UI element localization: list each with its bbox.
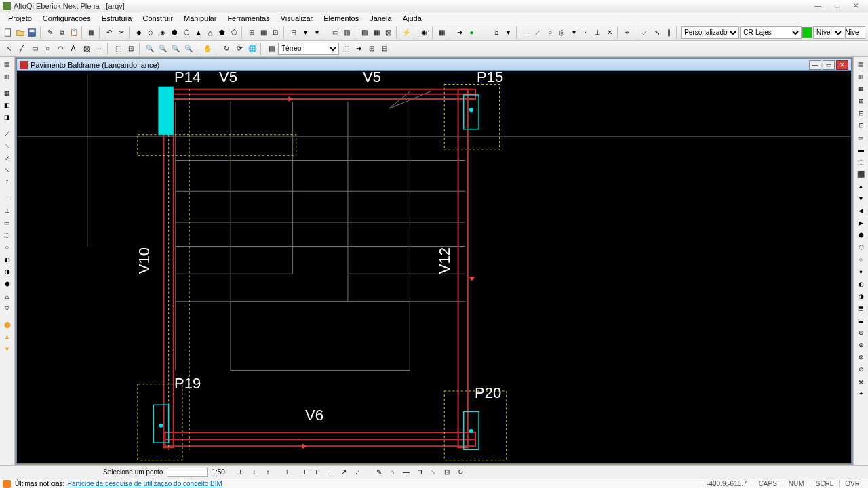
table3-icon[interactable]: ▧ — [383, 26, 395, 39]
delete-icon[interactable]: ✂ — [115, 26, 127, 39]
shape6-icon[interactable]: ▲ — [193, 26, 204, 39]
grid3-icon[interactable]: ⊡ — [270, 26, 281, 39]
refresh-icon[interactable]: ⟳ — [233, 43, 245, 55]
vtool-9-icon[interactable]: ⤡ — [1, 164, 14, 176]
snap-end-icon[interactable]: — — [521, 26, 532, 39]
open-icon[interactable] — [15, 26, 26, 39]
vtool-14-icon[interactable]: ⬚ — [1, 229, 14, 241]
btool-3-icon[interactable]: ↕ — [262, 466, 274, 479]
vtool-3-icon[interactable]: ▦ — [1, 87, 14, 98]
snap-mid-icon[interactable]: ⟋ — [532, 26, 544, 39]
rtool-14-icon[interactable]: ▶ — [855, 217, 867, 228]
edit-icon[interactable]: ✎ — [44, 26, 56, 39]
save-icon[interactable] — [26, 26, 38, 39]
vtool-1-icon[interactable]: ▤ — [1, 58, 14, 70]
btool-2-icon[interactable]: ⟂ — [248, 466, 260, 479]
btool-11-icon[interactable]: ⌂ — [387, 466, 399, 479]
btool-7-icon[interactable]: ⊥ — [324, 466, 336, 479]
grid1-icon[interactable]: ⊞ — [246, 26, 258, 39]
rtool-9-icon[interactable]: ⬚ — [855, 156, 867, 167]
menu-manipular[interactable]: Manipular — [178, 13, 222, 24]
circle-icon[interactable]: ○ — [41, 43, 54, 55]
snap-ext-icon[interactable]: ⤡ — [651, 26, 663, 39]
floor-icon[interactable]: ▤ — [265, 43, 277, 55]
snap-mode-combo[interactable]: Personalizado — [681, 26, 739, 39]
rtool-20-icon[interactable]: ◑ — [855, 290, 867, 302]
btool-4-icon[interactable]: ⊢ — [283, 466, 296, 479]
zoom-ext-icon[interactable]: 🔍 — [182, 43, 195, 55]
rtool-10-icon[interactable]: ⬛ — [855, 168, 867, 180]
btool-14-icon[interactable]: ⟍ — [427, 466, 439, 479]
menu-ajuda[interactable]: Ajuda — [397, 13, 427, 24]
vtool-16-icon[interactable]: ◐ — [1, 253, 14, 265]
zoom-out-icon[interactable]: 🔍 — [157, 43, 169, 55]
grid2-icon[interactable]: ▦ — [258, 26, 270, 39]
menu-construir[interactable]: Construir — [137, 13, 178, 24]
vtool-8-icon[interactable]: ⤢ — [1, 152, 14, 163]
floor-nav1-icon[interactable]: ⬚ — [340, 43, 352, 55]
table2-icon[interactable]: ▦ — [371, 26, 382, 39]
floor-combo[interactable]: Térreo — [278, 43, 339, 55]
shape5-icon[interactable]: ⬡ — [181, 26, 193, 39]
vtool-23-icon[interactable]: ▼ — [1, 343, 14, 354]
snap-drop-icon[interactable]: ▾ — [568, 26, 580, 39]
rtool-25-icon[interactable]: ⊗ — [855, 351, 867, 363]
paste-icon[interactable]: 📋 — [68, 26, 79, 39]
vtool-10-icon[interactable]: ⤴ — [1, 176, 14, 188]
layer-color-swatch[interactable] — [802, 27, 812, 38]
rtool-18-icon[interactable]: ● — [855, 266, 867, 277]
check-icon[interactable]: ● — [466, 26, 477, 39]
zoom-win-icon[interactable]: 🔍 — [170, 43, 182, 55]
dim-icon[interactable]: ↔ — [93, 43, 105, 55]
rtool-23-icon[interactable]: ⊕ — [855, 327, 867, 338]
struct3-icon[interactable]: ▾ — [312, 26, 323, 39]
doc-maximize-button[interactable]: ▭ — [823, 60, 835, 70]
menu-ferramentas[interactable]: Ferramentas — [222, 13, 275, 24]
snap-near-icon[interactable]: ⌖ — [622, 26, 633, 39]
struct1-icon[interactable]: ⌸ — [288, 26, 299, 39]
rtool-21-icon[interactable]: ⬒ — [855, 302, 867, 314]
layer-combo[interactable]: CR-Lajes — [740, 26, 802, 39]
vtool-22-icon[interactable]: ▲ — [1, 331, 14, 342]
btool-12-icon[interactable]: — — [400, 466, 412, 479]
rtool-8-icon[interactable]: ▬ — [855, 144, 867, 155]
btool-16-icon[interactable]: ↻ — [454, 466, 467, 479]
snap-perp-icon[interactable]: ⊥ — [592, 26, 604, 39]
view1-icon[interactable]: ▭ — [330, 26, 341, 39]
new-icon[interactable] — [3, 26, 14, 39]
shape2-icon[interactable]: ◇ — [145, 26, 157, 39]
vtool-6-icon[interactable]: ⟋ — [1, 127, 14, 139]
snap-int-icon[interactable]: ✕ — [604, 26, 615, 39]
level-field[interactable] — [845, 26, 865, 39]
vtool-12-icon[interactable]: ⊥ — [1, 205, 14, 216]
misc2-icon[interactable]: ▦ — [436, 26, 448, 39]
hatch-icon[interactable]: ▨ — [80, 43, 92, 55]
snap-tan-icon[interactable]: ⟋ — [639, 26, 651, 39]
shape8-icon[interactable]: ⬟ — [216, 26, 228, 39]
floor-nav3-icon[interactable]: ⊞ — [366, 43, 378, 55]
btool-5-icon[interactable]: ⊣ — [297, 466, 309, 479]
vtool-20-icon[interactable]: ▽ — [1, 302, 14, 314]
rtool-6-icon[interactable]: ⊡ — [855, 119, 867, 131]
vtool-21-icon[interactable]: ⬤ — [1, 319, 14, 330]
pan-icon[interactable]: ✋ — [201, 43, 214, 55]
rtool-11-icon[interactable]: ▲ — [855, 180, 867, 192]
copy-icon[interactable]: ⧉ — [56, 26, 68, 39]
rtool-7-icon[interactable]: ▭ — [855, 131, 867, 143]
shape9-icon[interactable]: ⬠ — [229, 26, 240, 39]
rtool-26-icon[interactable]: ⊘ — [855, 363, 867, 375]
arc-icon[interactable]: ◠ — [54, 43, 66, 55]
magnet-icon[interactable]: ⩍ — [491, 26, 502, 39]
bolt-icon[interactable]: ⚡ — [401, 26, 412, 39]
layers-icon[interactable]: ▦ — [86, 26, 98, 39]
menu-visualizar[interactable]: Visualizar — [275, 13, 319, 24]
rtool-16-icon[interactable]: ⬡ — [855, 241, 867, 253]
vtool-4-icon[interactable]: ◧ — [1, 99, 14, 110]
vtool-18-icon[interactable]: ⬢ — [1, 278, 14, 289]
minimize-button[interactable]: — — [808, 1, 827, 12]
close-button[interactable]: ✕ — [846, 1, 865, 12]
doc-close-button[interactable]: ✕ — [836, 60, 848, 70]
vtool-5-icon[interactable]: ◨ — [1, 111, 14, 123]
btool-6-icon[interactable]: ⊤ — [311, 466, 323, 479]
magnet-drop-icon[interactable]: ▾ — [502, 26, 514, 39]
